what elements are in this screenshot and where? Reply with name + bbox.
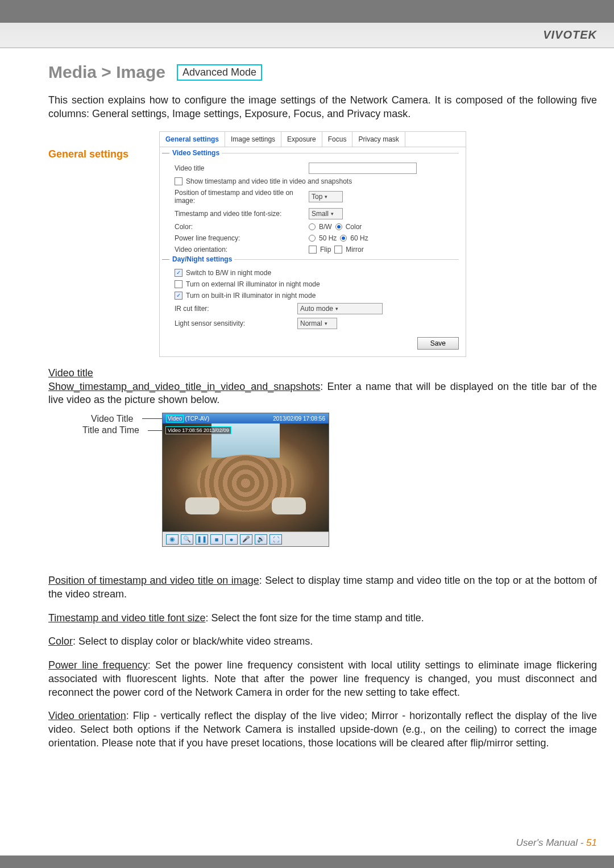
collapse-icon[interactable]: — bbox=[162, 149, 169, 157]
mirror-label: Mirror bbox=[346, 246, 363, 254]
footer-label: User's Manual - bbox=[516, 837, 586, 848]
mirror-checkbox[interactable] bbox=[334, 246, 342, 254]
font-paragraph: Timestamp and video title font size: Sel… bbox=[48, 612, 597, 625]
bottom-band bbox=[0, 855, 614, 868]
header-band bbox=[0, 23, 614, 48]
flip-checkbox[interactable] bbox=[309, 246, 317, 254]
general-settings-heading: General settings bbox=[48, 131, 154, 160]
page-number: 51 bbox=[586, 837, 597, 848]
plf-label: Power line frequency: bbox=[175, 234, 305, 242]
plf-60-label: 60 Hz bbox=[350, 234, 368, 242]
breadcrumb: Media > Image bbox=[48, 63, 165, 82]
ircut-label: IR cut filter: bbox=[175, 305, 294, 313]
show-timestamp-checkbox[interactable] bbox=[175, 177, 182, 185]
player-toolbar: ◉ 🔍 ❚❚ ■ ● 🎤 🔊 ⛶ bbox=[163, 531, 329, 546]
plf-50-label: 50 Hz bbox=[319, 234, 337, 242]
tab-privacy-mask[interactable]: Privacy mask bbox=[352, 132, 405, 147]
video-title-section-heading: Video title bbox=[48, 367, 597, 379]
bw-radio[interactable] bbox=[309, 223, 316, 230]
advanced-mode-badge: Advanced Mode bbox=[177, 64, 262, 81]
sensitivity-label: Light sensor sensitivity: bbox=[175, 319, 294, 327]
video-settings-title: Video Settings bbox=[170, 149, 222, 157]
stop-icon[interactable]: ■ bbox=[210, 534, 223, 545]
save-button[interactable]: Save bbox=[417, 337, 459, 350]
brand-label: VIVOTEK bbox=[543, 28, 597, 41]
position-select[interactable]: Top bbox=[309, 191, 343, 202]
overlay-timestamp: Video 17:08:56 2013/02/09 bbox=[165, 426, 231, 434]
daynight-title: Day/Night settings bbox=[170, 255, 234, 263]
color-radio[interactable] bbox=[335, 223, 342, 230]
video-title-label: Video title bbox=[175, 164, 305, 172]
sensitivity-select[interactable]: Normal bbox=[297, 318, 337, 329]
page: VIVOTEK Media > Image Advanced Mode This… bbox=[0, 0, 614, 868]
video-settings-group: — Video Settings Video title Show timest… bbox=[167, 153, 459, 254]
switch-bw-label: Switch to B/W in night mode bbox=[186, 269, 271, 277]
player-title-left: Video bbox=[166, 415, 184, 422]
orientation-label: Video orientation: bbox=[175, 246, 305, 254]
show-ts-paragraph: Show_timestamp_and_video_title_in_video_… bbox=[48, 380, 597, 408]
position-paragraph: Position of timestamp and video title on… bbox=[48, 574, 597, 601]
builtin-ir-checkbox[interactable]: ✓ bbox=[175, 292, 182, 300]
plf-50-radio[interactable] bbox=[309, 235, 316, 242]
bw-label: B/W bbox=[319, 223, 332, 231]
font-size-label: Timestamp and video title font-size: bbox=[175, 210, 305, 218]
intro-text: This section explains how to configure t… bbox=[48, 93, 597, 121]
tabs: General settings Image settings Exposure… bbox=[160, 132, 466, 147]
zoom-icon[interactable]: 🔍 bbox=[181, 534, 193, 545]
builtin-ir-label: Turn on built-in IR illuminator in night… bbox=[186, 292, 316, 300]
player-title-bar: Video(TCP-AV) 2013/02/09 17:08:56 bbox=[163, 413, 329, 423]
video-title-input[interactable] bbox=[309, 163, 417, 174]
callout-title-time: Title and Time bbox=[82, 425, 139, 435]
show-timestamp-label: Show timestamp and video title in video … bbox=[186, 177, 352, 185]
settings-panel: General settings Image settings Exposure… bbox=[159, 131, 466, 357]
player-title-right: 2013/02/09 17:08:56 bbox=[273, 416, 325, 422]
ircut-select[interactable]: Auto mode bbox=[297, 303, 383, 314]
orientation-paragraph: Video orientation: Flip - vertically ref… bbox=[48, 709, 597, 750]
player-codec: (TCP-AV) bbox=[185, 416, 209, 422]
tab-image-settings[interactable]: Image settings bbox=[225, 132, 281, 147]
callout-video-title: Video Title bbox=[91, 414, 133, 424]
callout-line bbox=[148, 430, 162, 431]
flip-label: Flip bbox=[320, 246, 331, 254]
tab-focus[interactable]: Focus bbox=[322, 132, 353, 147]
switch-bw-checkbox[interactable]: ✓ bbox=[175, 269, 182, 277]
speaker-icon[interactable]: 🔊 bbox=[255, 534, 267, 545]
daynight-group: — Day/Night settings ✓ Switch to B/W in … bbox=[167, 259, 459, 329]
plf-paragraph: Power line frequency: Set the power line… bbox=[48, 659, 597, 699]
color-paragraph: Color: Select to display color or black/… bbox=[48, 635, 597, 649]
ext-ir-label: Turn on external IR illuminator in night… bbox=[186, 280, 320, 288]
mic-icon[interactable]: 🎤 bbox=[240, 534, 252, 545]
color-option-label: Color bbox=[346, 223, 362, 231]
camera-icon[interactable]: ◉ bbox=[166, 534, 179, 545]
record-icon[interactable]: ● bbox=[225, 534, 238, 545]
fullscreen-icon[interactable]: ⛶ bbox=[269, 534, 282, 545]
position-label: Position of timestamp and video title on… bbox=[175, 189, 305, 205]
player-video-area bbox=[163, 423, 329, 531]
tab-exposure[interactable]: Exposure bbox=[281, 132, 322, 147]
font-size-select[interactable]: Small bbox=[309, 208, 343, 219]
footer: User's Manual - 51 bbox=[516, 837, 597, 849]
ext-ir-checkbox[interactable] bbox=[175, 280, 182, 288]
content: Media > Image Advanced Mode This section… bbox=[48, 63, 597, 750]
plf-60-radio[interactable] bbox=[340, 235, 347, 242]
preview-area: Video Title Title and Time Video(TCP-AV)… bbox=[48, 413, 344, 566]
callout-line bbox=[142, 418, 162, 419]
color-label: Color: bbox=[175, 223, 305, 231]
pause-icon[interactable]: ❚❚ bbox=[196, 534, 208, 545]
collapse-icon[interactable]: — bbox=[162, 255, 169, 263]
tab-general-settings[interactable]: General settings bbox=[160, 132, 225, 147]
